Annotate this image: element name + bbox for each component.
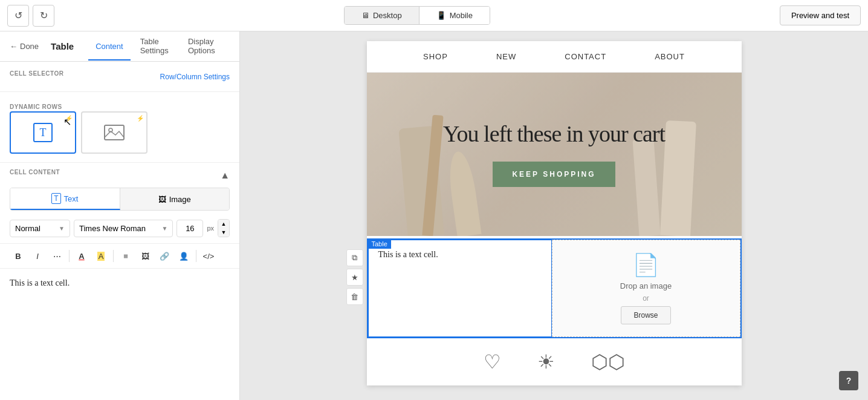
link-button[interactable]: 🔗 [156,248,173,264]
formatting-row: Normal ▼ Times New Roman ▼ px ▲ ▼ [0,219,239,243]
text-color-icon: A [79,252,84,261]
redo-button[interactable]: ↻ [33,5,54,27]
email-footer-icons: ♡ ☀ ⬡⬡ [367,338,742,385]
font-size-up[interactable]: ▲ [218,220,229,228]
panel-header: ← Done Table Content Table Settings Disp… [0,31,239,62]
font-style-select[interactable]: Normal ▼ [10,220,70,237]
drop-text: Drop an image [620,281,672,290]
text-bg-icon: A [97,252,105,261]
tab-table-settings[interactable]: Table Settings [133,31,178,65]
font-size-unit: px [207,225,214,232]
keep-shopping-button[interactable]: KEEP SHOPPING [493,162,615,187]
back-button[interactable]: ← Done [10,42,39,51]
copy-button[interactable]: ⧉ [346,249,363,266]
row-card-image[interactable]: ⚡ [81,111,147,154]
browse-button[interactable]: Browse [621,306,670,324]
font-name-select[interactable]: Times New Roman ▼ [74,220,173,237]
font-size-down[interactable]: ▼ [218,228,229,237]
heart-icon: ♡ [484,350,501,373]
text-tab-icon: T [51,193,60,204]
more-button[interactable]: ⋯ [48,248,65,264]
email-table-section: Table ⧉ ★ 🗑 This is a text cell. 📄 Drop … [367,238,742,338]
favorite-button[interactable]: ★ [346,269,363,286]
image-tab-icon: 🖼 [158,195,166,204]
main-layout: ← Done Table Content Table Settings Disp… [0,31,868,400]
row-column-settings-link[interactable]: Row/Column Settings [160,73,230,81]
toolbar-divider-3 [196,250,196,262]
code-button[interactable]: </> [200,248,217,264]
text-tab-button[interactable]: T Text [10,188,120,210]
lightning-icon-2: ⚡ [137,115,144,122]
preview-test-button[interactable]: Preview and test [780,5,861,25]
drop-image-icon: 📄 [632,252,659,278]
cursor-icon: ↖ [63,116,71,128]
canvas-area: SHOP NEW CONTACT ABOUT You left these in… [240,31,868,400]
nav-shop[interactable]: SHOP [423,52,448,61]
tab-display-options[interactable]: Display Options [181,31,230,65]
font-size-input[interactable] [177,220,203,237]
content-type-toggle: T Text 🖼 Image [10,188,230,211]
panel-title: Table [51,41,74,51]
toolbar-divider-1 [69,250,70,262]
sun-icon: ☀ [537,350,555,373]
person-button[interactable]: 👤 [175,248,192,264]
desktop-label: Desktop [373,11,402,20]
back-label: Done [20,42,39,51]
table-label: Table [368,239,391,249]
desktop-icon: 🖥 [361,11,369,20]
cell-content-header: CELL CONTENT ▲ [10,169,230,182]
hero-title: You left these in your cart [443,122,665,147]
text-cell-icon: T [31,120,55,145]
hexagon-icon: ⬡⬡ [591,350,625,373]
desktop-button[interactable]: 🖥 Desktop [345,7,419,24]
left-panel: ← Done Table Content Table Settings Disp… [0,31,240,400]
delete-button[interactable]: 🗑 [346,288,363,305]
device-toggle-group: 🖥 Desktop 📱 Mobile [59,6,775,25]
table-cell-image[interactable]: 📄 Drop an image or Browse [552,240,740,337]
cell-content-section: CELL CONTENT ▲ T Text 🖼 Image [0,163,239,219]
nav-contact[interactable]: CONTACT [565,52,606,61]
cell-content-label: CELL CONTENT [10,169,60,175]
mobile-button[interactable]: 📱 Mobile [419,7,490,24]
toolbar-divider-2 [113,250,114,262]
font-style-chevron: ▼ [59,225,65,232]
image-tab-label: Image [169,195,191,204]
dynamic-rows-grid: ⚡ T ↖ ⚡ [10,111,230,154]
dynamic-rows-label: DYNAMIC ROWS [10,103,62,110]
nav-new[interactable]: NEW [496,52,516,61]
mobile-label: Mobile [450,11,473,20]
device-toggle: 🖥 Desktop 📱 Mobile [344,6,490,25]
italic-button[interactable]: I [29,248,46,264]
tab-content[interactable]: Content [88,33,131,61]
align-button[interactable]: ≡ [117,248,134,264]
text-bg-button[interactable]: A [92,248,109,264]
image-insert-button[interactable]: 🖼 [137,248,154,264]
nav-about[interactable]: ABOUT [655,52,685,61]
back-arrow-icon: ← [10,42,18,51]
text-tab-label: Text [64,194,79,203]
bold-button[interactable]: B [10,248,27,264]
email-nav: SHOP NEW CONTACT ABOUT [367,41,742,73]
undo-button[interactable]: ↺ [7,5,29,27]
row-card-text[interactable]: ⚡ T ↖ [10,111,76,154]
table-side-actions: ⧉ ★ 🗑 [346,249,363,305]
top-toolbar: ↺ ↻ 🖥 Desktop 📱 Mobile Preview and test [0,0,868,31]
editor-area[interactable]: This is a text cell. [0,269,239,400]
font-style-value: Normal [15,224,40,233]
collapse-icon[interactable]: ▲ [220,170,230,181]
table-cell-text[interactable]: This is a text cell. [368,240,552,337]
help-button[interactable]: ? [839,371,858,390]
image-tab-button[interactable]: 🖼 Image [120,188,230,210]
email-canvas: SHOP NEW CONTACT ABOUT You left these in… [367,41,742,385]
cell-selector-label: CELL SELECTOR [10,70,63,77]
hero-content: You left these in your cart KEEP SHOPPIN… [443,122,665,187]
font-size-stepper[interactable]: ▲ ▼ [218,219,230,237]
font-name-chevron: ▼ [161,225,167,232]
font-name-value: Times New Roman [79,224,146,233]
text-color-button[interactable]: A [73,248,90,264]
dynamic-rows-section: DYNAMIC ROWS ⚡ T ↖ ⚡ [0,92,239,163]
undo-redo-group: ↺ ↻ [7,5,54,27]
editor-content: This is a text cell. [10,278,70,287]
svg-rect-2 [105,125,124,140]
table-cell-text-content: This is a text cell. [378,250,438,259]
